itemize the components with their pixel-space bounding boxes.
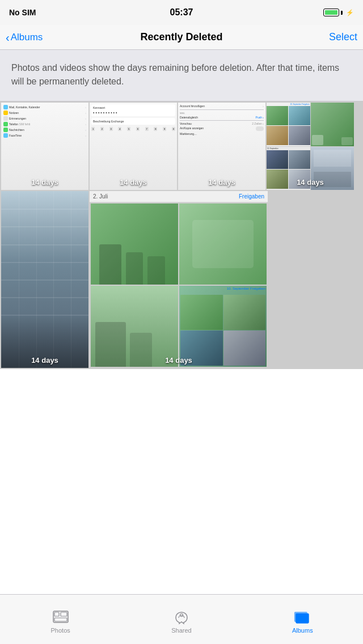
photo-cell-1[interactable]: Mail, Kontakte, Kalender › Notizen › Eri… — [1, 103, 88, 190]
battery-icon — [323, 9, 343, 16]
days-badge-2: 14 days — [90, 178, 177, 187]
tab-shared[interactable]: Shared — [121, 605, 242, 634]
grid-row-2: 14 days 2. Juli Freigaben — [1, 191, 362, 368]
page-title: Recently Deleted — [140, 31, 222, 43]
days-badge-3: 14 days — [178, 178, 265, 187]
albums-icon — [294, 610, 311, 625]
shared-icon — [173, 610, 190, 625]
svg-rect-8 — [296, 613, 309, 623]
battery-fill — [325, 10, 337, 15]
tab-photos-label: Photos — [51, 627, 70, 634]
tab-albums-label: Albums — [292, 627, 313, 634]
battery-body — [323, 9, 339, 16]
nav-bar: ‹ Albums Recently Deleted Select — [0, 25, 363, 50]
photos-icon — [52, 610, 69, 625]
days-badge-5: 14 days — [1, 356, 88, 365]
status-bar: No SIM 05:37 ⚡ — [0, 0, 363, 25]
days-badge-1: 14 days — [1, 178, 88, 187]
photo-cell-2[interactable]: Kennwort •••••••••• Beschreibung Exchang… — [90, 103, 177, 190]
tab-photos[interactable]: Photos — [0, 605, 121, 634]
tab-shared-label: Shared — [171, 627, 191, 634]
info-banner: Photos and videos show the days remainin… — [0, 50, 363, 101]
photo-cell-4[interactable]: 10. September Freigeben — [267, 103, 354, 190]
svg-rect-2 — [61, 612, 67, 616]
photo-cell-3[interactable]: Account hinzufügen › MAIL Datenabgleich … — [178, 103, 265, 190]
select-button[interactable]: Select — [329, 31, 357, 43]
photo-cell-5[interactable]: 14 days — [1, 191, 88, 368]
grid-row-1: Mail, Kontakte, Kalender › Notizen › Eri… — [1, 103, 362, 190]
lightning-icon: ⚡ — [346, 9, 354, 16]
status-time: 05:37 — [170, 7, 193, 18]
svg-rect-1 — [54, 612, 59, 616]
chevron-left-icon: ‹ — [6, 32, 10, 43]
tab-albums[interactable]: Albums — [242, 605, 363, 634]
tab-bar: Photos Shared Albums — [0, 594, 363, 644]
days-badge-4: 14 days — [267, 178, 354, 187]
status-right: ⚡ — [323, 9, 354, 16]
back-button[interactable]: ‹ Albums — [6, 32, 43, 43]
svg-rect-3 — [54, 618, 67, 621]
back-label: Albums — [11, 32, 43, 43]
days-badge-6: 14 days — [90, 356, 268, 365]
photo-cell-6[interactable]: 2. Juli Freigaben — [90, 191, 268, 368]
carrier-label: No SIM — [9, 8, 36, 17]
main-content: Photos and videos show the days remainin… — [0, 50, 363, 594]
photo-grid: Mail, Kontakte, Kalender › Notizen › Eri… — [0, 101, 363, 369]
battery-tip — [341, 11, 343, 15]
info-text: Photos and videos show the days remainin… — [11, 61, 352, 88]
